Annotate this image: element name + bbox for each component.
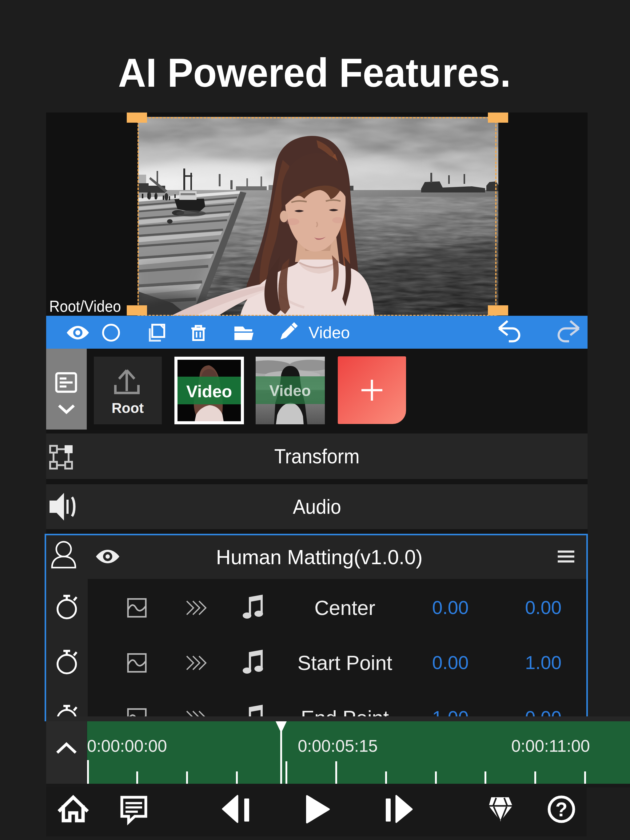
svg-text:1.00: 1.00 — [525, 652, 562, 673]
svg-text:Video: Video — [269, 382, 311, 399]
svg-text:Video: Video — [187, 382, 232, 401]
svg-text:Root: Root — [112, 400, 144, 416]
svg-text:0.00: 0.00 — [432, 652, 469, 673]
svg-text:Start Point: Start Point — [298, 652, 392, 674]
svg-text:?: ? — [555, 799, 567, 821]
svg-text:Center: Center — [314, 597, 375, 619]
svg-text:0.00: 0.00 — [525, 597, 562, 618]
svg-text:Video: Video — [309, 324, 350, 342]
svg-text:0.00: 0.00 — [432, 597, 469, 618]
